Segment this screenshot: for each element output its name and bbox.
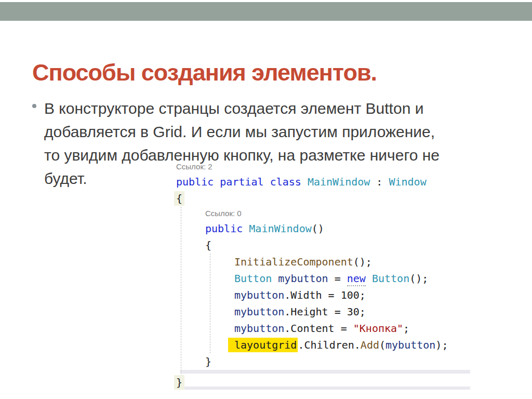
code-token: Button xyxy=(372,272,409,285)
bullet-text-line: добавляется в Grid. И если мы запустим п… xyxy=(44,120,499,143)
code-line: { xyxy=(176,237,488,254)
code-token: MainWindow xyxy=(308,176,370,188)
code-token: InitializeComponent xyxy=(234,256,353,268)
code-token xyxy=(301,176,308,188)
code-token: mybutton xyxy=(234,289,284,301)
code-token: .Width = 100; xyxy=(284,289,366,301)
bullet-marker xyxy=(32,104,36,108)
code-token: () xyxy=(312,222,324,235)
code-line: mybutton.Content = "Кнопка"; xyxy=(176,320,488,337)
code-token: Add xyxy=(361,339,379,351)
code-token: } xyxy=(205,355,211,368)
highlighted-code-token: layoutgrid xyxy=(228,338,298,352)
code-token: partial xyxy=(220,176,263,188)
code-token: ( xyxy=(379,339,385,351)
code-token: : xyxy=(370,176,389,188)
code-token xyxy=(243,222,249,235)
code-line: } xyxy=(176,353,488,370)
code-token: new xyxy=(347,272,366,286)
code-token: ; xyxy=(403,322,409,335)
code-token xyxy=(272,272,278,285)
code-line: Button mybutton = new Button(); xyxy=(176,270,488,287)
code-token: .Content = xyxy=(284,322,353,335)
code-token xyxy=(264,176,270,188)
code-token: mybutton xyxy=(234,322,284,335)
code-token: = xyxy=(328,272,347,285)
code-token: (); xyxy=(353,256,372,268)
code-token: { xyxy=(174,191,184,206)
code-token: mybutton xyxy=(278,272,328,285)
code-line: } xyxy=(176,374,488,391)
code-token: mybutton xyxy=(385,339,435,351)
code-token: .Height = 30; xyxy=(284,305,366,318)
codelens-label: Ссылок: 0 xyxy=(176,207,488,220)
code-token: ); xyxy=(435,339,448,351)
code-lines: Ссылок: 2public partial class MainWindow… xyxy=(176,160,488,391)
code-line: layoutgrid.Children.Add(mybutton); xyxy=(176,337,488,353)
code-line: InitializeComponent(); xyxy=(176,254,488,270)
code-token: .Children. xyxy=(298,339,360,351)
slide-title: Способы создания элементов. xyxy=(32,59,377,86)
code-token: mybutton xyxy=(234,305,284,318)
code-line: public MainWindow() xyxy=(176,220,488,237)
top-accent-bar xyxy=(0,2,532,21)
code-token: (); xyxy=(409,272,428,285)
bullet-text-line: В конструкторе странцы создается элемент… xyxy=(44,97,499,120)
codelens-label: Ссылок: 2 xyxy=(176,160,488,174)
code-token: } xyxy=(174,375,184,390)
code-line: mybutton.Width = 100; xyxy=(176,287,488,303)
code-token: Window xyxy=(389,176,426,188)
code-token: { xyxy=(205,239,211,251)
code-token: "Кнопка" xyxy=(353,322,403,335)
code-token: class xyxy=(270,176,301,188)
code-token: MainWindow xyxy=(249,222,311,235)
code-token xyxy=(214,176,220,188)
code-token: Button xyxy=(234,272,272,285)
code-line: public partial class MainWindow : Window xyxy=(176,174,488,190)
code-gray-band xyxy=(180,370,470,374)
code-token: public xyxy=(176,176,214,188)
code-token: public xyxy=(205,222,243,235)
code-screenshot: Ссылок: 2public partial class MainWindow… xyxy=(176,160,488,391)
code-token xyxy=(366,272,372,285)
code-line: { xyxy=(176,190,488,207)
code-line: mybutton.Height = 30; xyxy=(176,303,488,320)
